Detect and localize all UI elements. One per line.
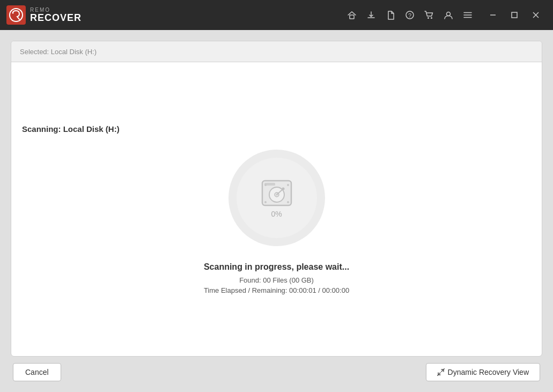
scanning-title: Scanning: Local Disk (H:) xyxy=(22,124,120,134)
svg-point-5 xyxy=(427,17,429,19)
close-button[interactable] xyxy=(525,4,547,26)
expand-icon xyxy=(437,368,445,376)
svg-point-6 xyxy=(431,17,432,19)
svg-rect-2 xyxy=(350,15,354,19)
file-icon[interactable] xyxy=(381,6,400,24)
svg-point-19 xyxy=(282,187,284,190)
app-subname: remo xyxy=(30,7,82,13)
scan-card: Selected: Local Disk (H:) Scanning: Loca… xyxy=(11,41,542,357)
app-logo xyxy=(6,5,26,25)
card-header: Selected: Local Disk (H:) xyxy=(11,41,542,62)
help-icon[interactable]: ? xyxy=(401,6,419,24)
dynamic-recovery-button[interactable]: Dynamic Recovery View xyxy=(426,363,540,381)
minimize-button[interactable] xyxy=(482,4,504,26)
cancel-button[interactable]: Cancel xyxy=(13,363,61,381)
circle-bg: 0% xyxy=(228,150,325,246)
scan-found-text: Found: 00 Files (00 GB) xyxy=(239,276,314,284)
app-name: RECOVER xyxy=(30,13,82,24)
bottom-bar: Cancel Dynamic Recovery View xyxy=(11,363,542,381)
svg-point-22 xyxy=(287,184,289,186)
home-icon[interactable] xyxy=(343,6,361,24)
progress-circle: 0% xyxy=(228,150,325,246)
svg-point-7 xyxy=(447,12,451,16)
selected-disk-label: Selected: Local Disk (H:) xyxy=(20,48,97,56)
maximize-button[interactable] xyxy=(504,4,525,26)
svg-point-21 xyxy=(264,184,267,186)
percent-label: 0% xyxy=(271,210,282,218)
user-icon[interactable] xyxy=(439,6,458,24)
download-icon[interactable] xyxy=(362,6,380,24)
circle-inner: 0% xyxy=(237,158,317,238)
disk-icon xyxy=(258,177,296,210)
cart-icon[interactable] xyxy=(420,6,438,24)
scan-status-text: Scanning in progress, please wait... xyxy=(204,262,349,272)
svg-rect-9 xyxy=(512,12,517,18)
svg-point-23 xyxy=(264,201,267,203)
svg-text:?: ? xyxy=(408,12,411,19)
scan-time-text: Time Elapsed / Remaining: 00:00:01 / 00:… xyxy=(204,286,349,294)
app-branding: remo RECOVER xyxy=(6,5,82,25)
title-bar: remo RECOVER ? xyxy=(0,0,553,30)
svg-point-1 xyxy=(12,12,14,14)
main-content: Selected: Local Disk (H:) Scanning: Loca… xyxy=(0,30,553,392)
svg-point-24 xyxy=(287,201,289,203)
card-body: Scanning: Local Disk (H:) xyxy=(11,62,542,356)
dynamic-recovery-label: Dynamic Recovery View xyxy=(448,368,529,376)
menu-icon[interactable] xyxy=(459,6,477,24)
